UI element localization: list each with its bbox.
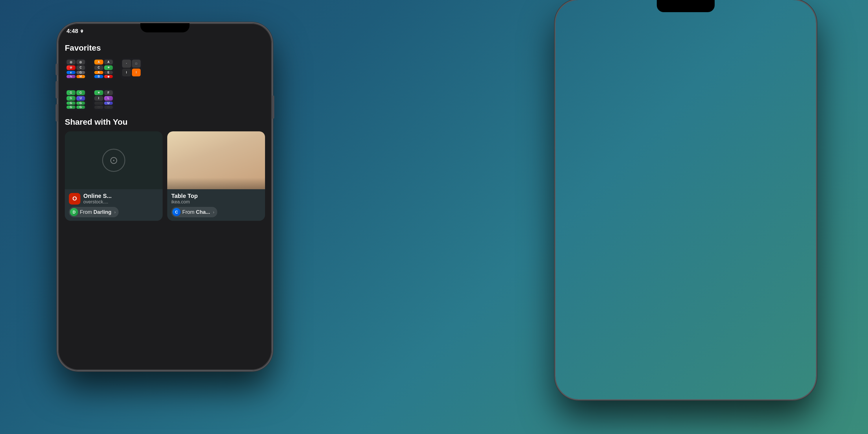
app-back-1-1[interactable]: ◎ — [66, 60, 75, 64]
compass-icon-1-back: ⊙ — [102, 149, 125, 172]
card-title-row-2-back: Table Top ikea.com — [171, 193, 261, 205]
app-back-4-6[interactable]: G — [76, 101, 85, 105]
card-text-2-back: Table Top ikea.com — [171, 193, 197, 205]
from-avatar-2-back: C — [173, 208, 181, 216]
time-display-back: 4:48 — [66, 28, 78, 34]
app-back-1-3[interactable]: ⊘ — [66, 65, 75, 70]
folder-3-back[interactable]: · □ I I — [120, 58, 142, 80]
card-name-2-back: Table Top — [171, 193, 197, 199]
from-avatar-1-back: D — [70, 208, 78, 216]
from-chevron-2-back: › — [213, 210, 214, 214]
app-back-4-4[interactable]: U — [76, 96, 85, 101]
notch-back — [140, 23, 189, 32]
app-back-4-8[interactable]: G — [76, 105, 85, 109]
app-back-4-7[interactable]: G — [66, 105, 75, 109]
app-back-2-4[interactable]: ✳ — [104, 65, 113, 70]
screen-back: 4:48 Favorites ◎ ◎ ⊘ C e G ∿ — [58, 23, 272, 370]
folder-4-back[interactable]: G G G U G G G G — [65, 89, 87, 111]
app-back-5-8[interactable]: □ — [104, 105, 113, 109]
time-back: 4:48 — [66, 28, 84, 34]
app-back-5-3[interactable]: I — [94, 96, 103, 101]
back-content: Favorites ◎ ◎ ⊘ C e G ∿ M A A — [58, 38, 272, 370]
app-back-1-7[interactable]: ∿ — [66, 75, 75, 78]
app-back-5-2[interactable]: F — [104, 90, 113, 95]
app-back-5-1[interactable]: ✳ — [94, 90, 103, 95]
app-back-3-1[interactable]: · — [122, 60, 131, 68]
card-thumb-1-back: ⊙ — [65, 131, 163, 189]
app-back-2-1[interactable]: A — [94, 60, 103, 64]
location-icon-back — [80, 29, 84, 33]
shared-card-2-back[interactable]: Table Top ikea.com C From Cha... › — [167, 131, 265, 221]
app-back-5-4[interactable]: L — [104, 96, 113, 101]
app-back-2-3[interactable]: C — [94, 65, 103, 70]
app-back-4-1[interactable]: G — [66, 90, 75, 95]
phone-front: 4:49 — [556, 0, 816, 399]
app-back-5-6[interactable]: U — [104, 101, 113, 105]
folders-row1-back: ◎ ◎ ⊘ C e G ∿ M A A C ✳ A E B — [65, 58, 265, 80]
shared-cards-back: ⊙ O Online S... overstock.... D Fro — [65, 131, 265, 221]
app-back-3-2[interactable]: □ — [132, 60, 141, 68]
app-back-1-6[interactable]: G — [76, 71, 85, 74]
app-back-2-7[interactable]: B — [94, 75, 103, 78]
card-app-icon-1-back: O — [69, 193, 81, 205]
app-back-1-5[interactable]: e — [66, 71, 75, 74]
folder-5-back[interactable]: ✳ F I L U □ □ — [93, 89, 115, 111]
app-back-1-4[interactable]: C — [76, 65, 85, 70]
app-back-5-7[interactable]: □ — [94, 105, 103, 109]
card-thumb-2-back — [167, 131, 265, 189]
phone-back: 4:48 Favorites ◎ ◎ ⊘ C e G ∿ — [58, 23, 272, 370]
from-text-2-back: From Cha... — [182, 209, 210, 215]
card-info-1-back: O Online S... overstock.... D From Darli… — [65, 189, 163, 221]
app-back-1-2[interactable]: ◎ — [76, 60, 85, 64]
card-title-row-1-back: O Online S... overstock.... — [69, 193, 159, 205]
app-back-4-3[interactable]: G — [66, 96, 75, 101]
favorites-title-back: Favorites — [65, 43, 265, 53]
power-btn-back — [272, 95, 274, 119]
from-badge-1-back[interactable]: D From Darling › — [69, 207, 119, 217]
folders-row2-back: G G G U G G G G ✳ F I L U □ — [65, 89, 265, 111]
from-badge-2-back[interactable]: C From Cha... › — [171, 207, 217, 217]
card-domain-1-back: overstock.... — [83, 199, 112, 205]
app-back-2-5[interactable]: A — [94, 71, 103, 74]
shared-header-back: Shared with You — [65, 118, 265, 127]
folder-2-back[interactable]: A A C ✳ A E B ◈ — [93, 58, 115, 80]
app-back-1-8[interactable]: M — [76, 75, 85, 78]
vol-down-back — [56, 104, 58, 122]
card-info-2-back: Table Top ikea.com C From Cha... › — [167, 189, 265, 221]
folder-1-back[interactable]: ◎ ◎ ⊘ C e G ∿ M — [65, 58, 87, 80]
mute-switch-back — [56, 64, 58, 75]
app-back-2-2[interactable]: A — [104, 60, 113, 64]
app-back-5-5[interactable] — [94, 101, 103, 105]
app-back-3-4[interactable]: I — [132, 69, 141, 77]
app-back-4-2[interactable]: G — [76, 90, 85, 95]
shared-card-1-back[interactable]: ⊙ O Online S... overstock.... D Fro — [65, 131, 163, 221]
app-back-2-8[interactable]: ◈ — [104, 75, 113, 78]
card-text-1-back: Online S... overstock.... — [83, 193, 112, 205]
shared-title-back: Shared with You — [65, 118, 128, 127]
notch-front — [657, 0, 715, 12]
app-back-3-3[interactable]: I — [122, 69, 131, 77]
app-back-2-6[interactable]: E — [104, 71, 113, 74]
from-text-1-back: From Darling — [80, 209, 112, 215]
from-chevron-1-back: › — [114, 210, 116, 214]
vol-up-back — [56, 81, 58, 98]
app-back-4-5[interactable]: G — [66, 101, 75, 105]
card-name-1-back: Online S... — [83, 193, 112, 199]
card-domain-2-back: ikea.com — [171, 199, 197, 205]
